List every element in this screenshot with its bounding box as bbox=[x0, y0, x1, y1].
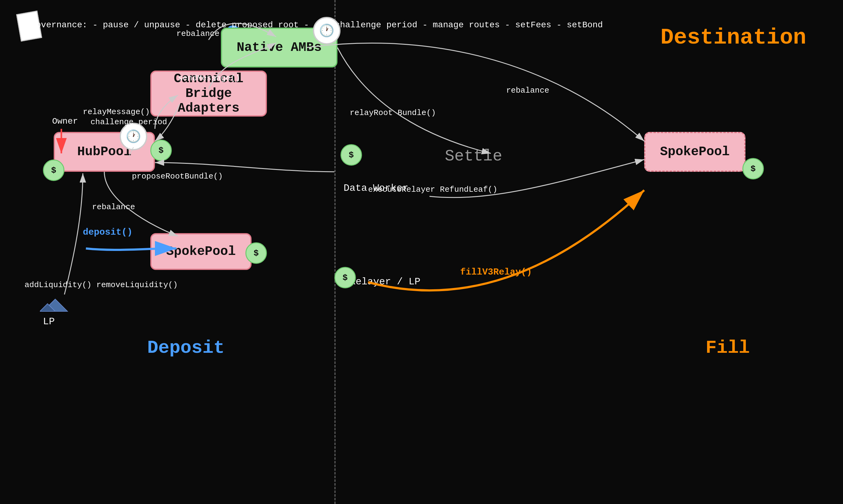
deposit-label: Deposit bbox=[147, 338, 225, 358]
relayer-lp-label: Relayer / LP bbox=[350, 276, 420, 287]
fill-label: Fill bbox=[705, 338, 750, 358]
clock-native-ambs: 🕐 bbox=[313, 17, 341, 44]
settle-label: Settle bbox=[445, 147, 502, 165]
destination-label: Destination bbox=[661, 25, 806, 50]
owner-label: Owner bbox=[52, 116, 78, 126]
dollar-hub-pool-left: $ bbox=[43, 160, 65, 181]
add-liquidity-annotation: addLiquidity() removeLiquidity() bbox=[24, 279, 178, 291]
dollar-source-spoke: $ bbox=[246, 242, 267, 264]
vertical-separator bbox=[334, 0, 336, 504]
rebalance-bottom-annotation: rebalance bbox=[92, 202, 135, 212]
rebalance-dest-annotation: rebalance bbox=[506, 86, 549, 95]
dollar-hub-pool-right: $ bbox=[150, 140, 172, 161]
lp-icon bbox=[40, 298, 71, 313]
execute-relayer-annotation: executeRelayer RefundLeaf() bbox=[368, 184, 497, 195]
dollar-relayer: $ bbox=[334, 267, 356, 288]
challenge-period-annotation: challenge period bbox=[90, 116, 167, 128]
arrows-svg bbox=[0, 0, 843, 504]
dollar-dest-spoke: $ bbox=[742, 158, 764, 179]
relay-message-annotation: relayMessage() bbox=[83, 107, 150, 116]
diagram-container: Source Destination governance: - pause /… bbox=[0, 0, 843, 504]
dollar-data-worker-top: $ bbox=[341, 144, 362, 166]
relay-root-bundle-annotation: relayRoot Bundle() bbox=[350, 107, 436, 119]
lp-label: LP bbox=[43, 316, 55, 327]
deposit-annotation: deposit() bbox=[83, 227, 132, 237]
fill-v3-relay-annotation: fillV3Relay() bbox=[460, 267, 532, 277]
source-spoke-pool-box: SpokePool bbox=[150, 233, 252, 270]
dest-spoke-pool-box: SpokePool bbox=[644, 132, 746, 172]
send-message-annotation: sendMessage() bbox=[178, 74, 240, 83]
propose-root-bundle-annotation: proposeRootBundle() bbox=[132, 172, 223, 181]
rebalance-top-annotation: rebalance bbox=[176, 29, 219, 38]
